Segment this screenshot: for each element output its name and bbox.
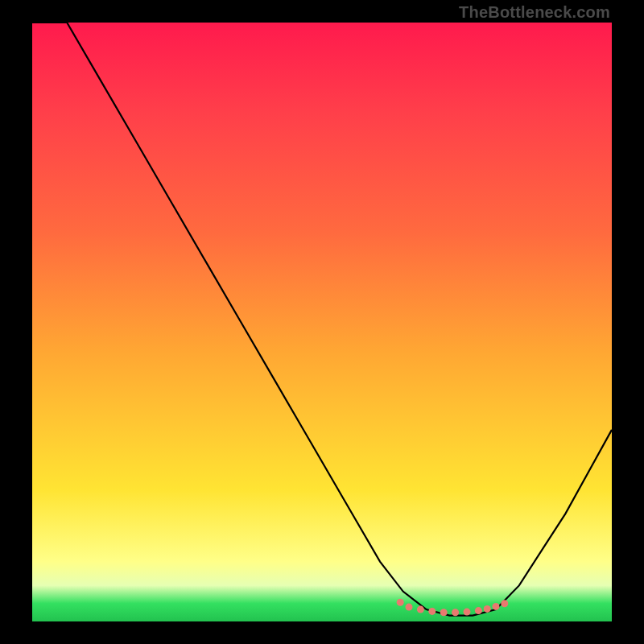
optimal-range-dots [397,599,509,617]
chart-overlay [32,23,612,621]
marker-dot [493,603,500,610]
bottleneck-curve [32,23,612,616]
marker-dot [452,609,459,616]
plot-area [32,23,612,621]
marker-dot [464,609,471,616]
marker-dot [440,609,448,616]
attribution-text: TheBottleneck.com [459,3,610,22]
marker-dot [475,607,482,614]
chart-frame: TheBottleneck.com [0,0,644,644]
marker-dot [406,604,413,611]
marker-dot [417,606,424,613]
marker-dot [397,599,404,606]
marker-dot [484,605,491,613]
marker-dot [428,608,436,615]
marker-dot [501,600,508,607]
